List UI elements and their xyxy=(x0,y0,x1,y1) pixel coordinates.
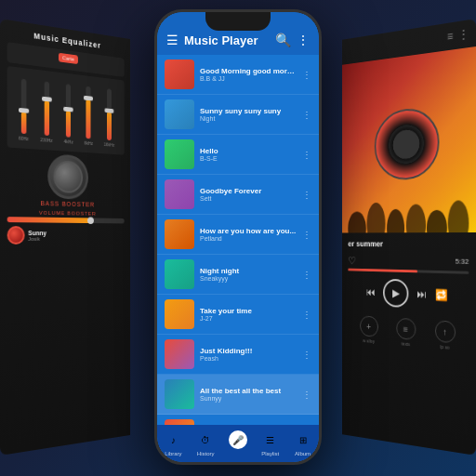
more-icon-right[interactable]: ⋮ xyxy=(458,27,469,42)
song-item-1[interactable]: Good Morning good morning B.B & JJ ⋮ xyxy=(157,55,319,95)
song-item-2[interactable]: Sunny suny suny suny Night ⋮ xyxy=(157,95,319,135)
svg-point-3 xyxy=(406,204,426,232)
song-title-9: All the best all the best xyxy=(200,387,297,395)
svg-point-5 xyxy=(448,200,469,232)
song-title-2: Sunny suny suny suny xyxy=(200,107,297,115)
fader-4: 6kHz xyxy=(84,86,93,146)
song-menu-9[interactable]: ⋮ xyxy=(302,390,311,400)
song-title-1: Good Morning good morning xyxy=(200,67,297,75)
song-title-3: Hello xyxy=(200,147,297,155)
volume-slider[interactable] xyxy=(7,217,125,223)
bass-knob[interactable] xyxy=(47,153,88,200)
song-artist-9: Sunnyy xyxy=(200,395,297,402)
song-item-7[interactable]: Take your time J-27 ⋮ xyxy=(157,295,319,335)
song-thumbnail-7 xyxy=(165,299,194,329)
song-item-6[interactable]: Night night Sneakyyy ⋮ xyxy=(157,255,319,295)
song-menu-1[interactable]: ⋮ xyxy=(302,70,311,80)
more-options-icon[interactable]: ⋮ xyxy=(297,33,310,47)
song-title-5: How are you how are you... xyxy=(200,227,297,235)
song-menu-8[interactable]: ⋮ xyxy=(302,350,311,360)
heart-icon[interactable]: ♡ xyxy=(348,255,356,267)
fader-2: 230Hz xyxy=(40,81,52,143)
song-item-10[interactable]: Not bad bad HV - 88 ⇄ xyxy=(157,415,319,425)
song-title-6: Night night xyxy=(200,267,297,275)
song-artist-5: Petland xyxy=(200,235,297,242)
crowd-svg xyxy=(342,186,476,232)
svg-point-0 xyxy=(348,211,365,232)
fader-5: 16kHz xyxy=(104,88,115,148)
phone-container: ☰ Music Player 🔍 ⋮ Good Morning good mor… xyxy=(154,9,322,465)
song-menu-2[interactable]: ⋮ xyxy=(302,110,311,120)
left-track-thumbnail xyxy=(7,226,25,245)
next-button[interactable]: ⏭ xyxy=(416,288,427,301)
song-title-4: Goodbye Forever xyxy=(200,187,297,195)
song-thumbnail-6 xyxy=(165,259,194,289)
song-menu-4[interactable]: ⋮ xyxy=(302,190,311,200)
fader-3: 4kHz xyxy=(64,84,73,145)
song-thumbnail-9 xyxy=(165,379,194,409)
add-to-playlist-button[interactable]: + xyxy=(360,315,378,337)
right-track-title: er summer xyxy=(348,240,469,249)
search-icon[interactable]: 🔍 xyxy=(275,33,291,47)
song-artist-1: B.B & JJ xyxy=(200,75,297,82)
song-artist-6: Sneakyyy xyxy=(200,275,297,282)
right-player-panel: ≡ ⋮ er summer ♡ 5:32 ⏮ xyxy=(342,19,476,456)
equalizer-panel: Music Equalizer Carte 60Hz 230Hz xyxy=(0,19,130,456)
faders-container: 60Hz 230Hz 4kHz xyxy=(11,70,122,151)
song-artist-4: Sett xyxy=(200,195,297,202)
right-progress-bar[interactable] xyxy=(348,269,469,274)
song-item-9[interactable]: All the best all the best Sunnyy ⋮ xyxy=(157,375,319,415)
eq-faders-section: 60Hz 230Hz 4kHz xyxy=(7,66,125,155)
song-title-8: Just Kidding!!! xyxy=(200,347,297,355)
song-artist-2: Night xyxy=(200,115,297,122)
menu-icon[interactable]: ☰ xyxy=(166,33,178,46)
lyrics-button[interactable]: ≡ xyxy=(396,318,416,340)
phone: ☰ Music Player 🔍 ⋮ Good Morning good mor… xyxy=(154,9,322,465)
nav-library[interactable]: ♪ Library xyxy=(164,430,182,456)
song-item-4[interactable]: Goodbye Forever Sett ⋮ xyxy=(157,175,319,215)
left-track-name: Sunny xyxy=(28,230,124,236)
song-thumbnail-1 xyxy=(165,60,194,89)
song-item-5[interactable]: How are you how are you... Petland ⋮ xyxy=(157,215,319,255)
left-track-artist: Josik xyxy=(28,236,124,242)
song-item-8[interactable]: Just Kidding!!! Peash ⋮ xyxy=(157,335,319,375)
right-bottom-icons: + w alloy ≡ texts ↑ lp so xyxy=(348,311,469,355)
playback-controls: ⏮ ▶ ⏭ 🔁 xyxy=(348,278,469,311)
nav-playlist[interactable]: ☰ Playlist xyxy=(261,430,280,456)
phone-notch xyxy=(205,12,271,31)
volume-section: VOLUME BOOSTER xyxy=(7,209,125,223)
bottom-navigation: ♪ Library ⏱ History 🎤 ☰ Playlist ⊞ A xyxy=(157,425,319,462)
song-menu-6[interactable]: ⋮ xyxy=(302,270,311,280)
song-menu-7[interactable]: ⋮ xyxy=(302,310,311,320)
eq-on-button[interactable]: Carte xyxy=(59,53,78,64)
song-artist-3: B-S-E xyxy=(200,155,297,162)
bass-booster-section: BASS BOOSTER xyxy=(7,151,125,208)
nav-home[interactable]: 🎤 xyxy=(229,430,247,456)
song-thumbnail-3 xyxy=(165,139,194,169)
svg-point-4 xyxy=(427,210,447,233)
song-menu-3[interactable]: ⋮ xyxy=(302,150,311,160)
fader-1: 60Hz xyxy=(19,78,29,141)
song-menu-5[interactable]: ⋮ xyxy=(302,230,311,240)
repeat-button[interactable]: 🔁 xyxy=(435,288,448,301)
song-thumbnail-2 xyxy=(165,99,194,129)
song-thumbnail-4 xyxy=(165,179,194,209)
current-track-left: Sunny Josik xyxy=(7,226,125,245)
volume-label: VOLUME BOOSTER xyxy=(7,209,125,217)
right-track-subtitle xyxy=(348,250,469,251)
song-item-3[interactable]: Hello B-S-E ⋮ xyxy=(157,135,319,175)
right-progress-fill xyxy=(348,269,417,273)
app-title: Music Player xyxy=(184,33,270,47)
share-button[interactable]: ↑ xyxy=(434,320,455,343)
song-artist-8: Peash xyxy=(200,355,297,362)
play-pause-button[interactable]: ▶ xyxy=(383,279,408,308)
nav-album[interactable]: ⊞ Album xyxy=(294,430,312,456)
bass-label: BASS BOOSTER xyxy=(41,200,95,207)
nav-history[interactable]: ⏱ History xyxy=(196,430,215,456)
right-player-controls: er summer ♡ 5:32 ⏮ ▶ ⏭ 🔁 + w alloy ≡ tex… xyxy=(342,232,476,364)
svg-point-2 xyxy=(387,209,404,233)
phone-screen: ☰ Music Player 🔍 ⋮ Good Morning good mor… xyxy=(157,12,319,462)
eq-on-label: Carte xyxy=(62,55,74,61)
previous-button[interactable]: ⏮ xyxy=(366,285,376,298)
eq-icon-right[interactable]: ≡ xyxy=(447,30,454,44)
